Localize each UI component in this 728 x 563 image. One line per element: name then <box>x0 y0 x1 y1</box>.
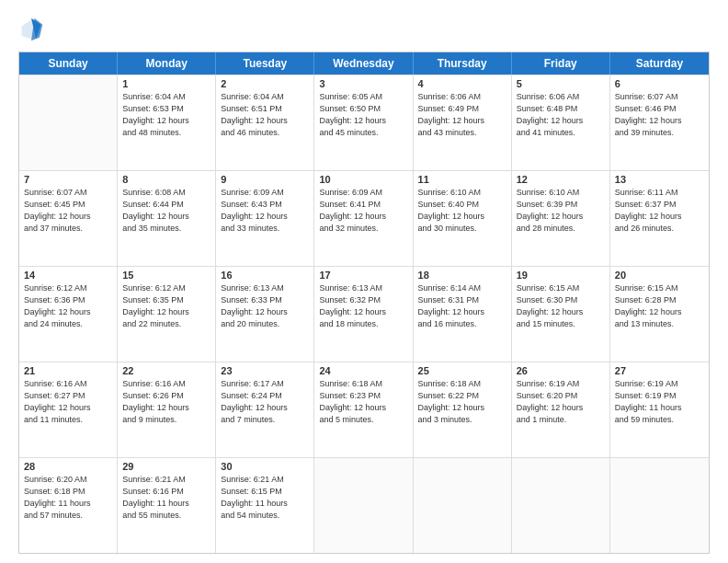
day-header-wednesday: Wednesday <box>314 52 413 75</box>
logo <box>18 17 48 42</box>
day-number: 8 <box>122 174 210 185</box>
calendar-cell: 4Sunrise: 6:06 AMSunset: 6:49 PMDaylight… <box>414 75 512 170</box>
header <box>18 17 710 42</box>
cell-info: Sunrise: 6:15 AMSunset: 6:28 PMDaylight:… <box>615 282 704 330</box>
cell-info: Sunrise: 6:16 AMSunset: 6:27 PMDaylight:… <box>24 378 112 426</box>
day-number: 24 <box>319 365 407 376</box>
calendar-cell: 2Sunrise: 6:04 AMSunset: 6:51 PMDaylight… <box>216 75 314 170</box>
calendar-cell <box>314 458 413 553</box>
day-header-tuesday: Tuesday <box>216 52 314 75</box>
calendar-cell: 10Sunrise: 6:09 AMSunset: 6:41 PMDayligh… <box>314 171 413 266</box>
calendar-header: SundayMondayTuesdayWednesdayThursdayFrid… <box>19 52 709 75</box>
logo-icon <box>18 17 44 42</box>
calendar-cell: 5Sunrise: 6:06 AMSunset: 6:48 PMDaylight… <box>512 75 610 170</box>
cell-info: Sunrise: 6:19 AMSunset: 6:19 PMDaylight:… <box>615 378 704 426</box>
day-number: 3 <box>319 78 407 89</box>
cell-info: Sunrise: 6:09 AMSunset: 6:43 PMDaylight:… <box>221 187 309 235</box>
calendar-row-1: 7Sunrise: 6:07 AMSunset: 6:45 PMDaylight… <box>19 170 709 266</box>
cell-info: Sunrise: 6:17 AMSunset: 6:24 PMDaylight:… <box>221 378 309 426</box>
day-number: 26 <box>517 365 605 376</box>
calendar-cell: 23Sunrise: 6:17 AMSunset: 6:24 PMDayligh… <box>216 362 314 457</box>
day-number: 9 <box>221 174 309 185</box>
cell-info: Sunrise: 6:21 AMSunset: 6:16 PMDaylight:… <box>122 474 210 522</box>
cell-info: Sunrise: 6:13 AMSunset: 6:32 PMDaylight:… <box>319 282 407 330</box>
cell-info: Sunrise: 6:12 AMSunset: 6:36 PMDaylight:… <box>24 282 112 330</box>
calendar-cell <box>610 458 709 553</box>
cell-info: Sunrise: 6:05 AMSunset: 6:50 PMDaylight:… <box>319 91 407 139</box>
cell-info: Sunrise: 6:09 AMSunset: 6:41 PMDaylight:… <box>319 187 407 235</box>
calendar-cell: 26Sunrise: 6:19 AMSunset: 6:20 PMDayligh… <box>512 362 610 457</box>
day-number: 16 <box>221 270 309 281</box>
day-number: 30 <box>221 461 309 472</box>
cell-info: Sunrise: 6:10 AMSunset: 6:39 PMDaylight:… <box>517 187 605 235</box>
day-number: 20 <box>615 270 704 281</box>
calendar-row-0: 1Sunrise: 6:04 AMSunset: 6:53 PMDaylight… <box>19 75 709 170</box>
cell-info: Sunrise: 6:04 AMSunset: 6:53 PMDaylight:… <box>122 91 210 139</box>
cell-info: Sunrise: 6:07 AMSunset: 6:45 PMDaylight:… <box>24 187 112 235</box>
calendar-cell: 1Sunrise: 6:04 AMSunset: 6:53 PMDaylight… <box>118 75 216 170</box>
day-number: 1 <box>122 78 210 89</box>
calendar-cell: 16Sunrise: 6:13 AMSunset: 6:33 PMDayligh… <box>216 267 314 362</box>
day-header-friday: Friday <box>512 52 610 75</box>
day-number: 2 <box>221 78 309 89</box>
cell-info: Sunrise: 6:06 AMSunset: 6:48 PMDaylight:… <box>517 91 605 139</box>
calendar-cell: 11Sunrise: 6:10 AMSunset: 6:40 PMDayligh… <box>414 171 512 266</box>
day-number: 12 <box>517 174 605 185</box>
day-number: 22 <box>122 365 210 376</box>
day-number: 5 <box>517 78 605 89</box>
cell-info: Sunrise: 6:10 AMSunset: 6:40 PMDaylight:… <box>418 187 506 235</box>
calendar-row-2: 14Sunrise: 6:12 AMSunset: 6:36 PMDayligh… <box>19 266 709 362</box>
day-number: 18 <box>418 270 506 281</box>
cell-info: Sunrise: 6:21 AMSunset: 6:15 PMDaylight:… <box>221 474 309 522</box>
calendar-cell: 28Sunrise: 6:20 AMSunset: 6:18 PMDayligh… <box>19 458 118 553</box>
calendar-row-3: 21Sunrise: 6:16 AMSunset: 6:27 PMDayligh… <box>19 362 709 457</box>
day-number: 19 <box>517 270 605 281</box>
calendar-cell: 3Sunrise: 6:05 AMSunset: 6:50 PMDaylight… <box>314 75 413 170</box>
cell-info: Sunrise: 6:08 AMSunset: 6:44 PMDaylight:… <box>122 187 210 235</box>
calendar: SundayMondayTuesdayWednesdayThursdayFrid… <box>18 52 710 554</box>
calendar-cell: 7Sunrise: 6:07 AMSunset: 6:45 PMDaylight… <box>19 171 118 266</box>
cell-info: Sunrise: 6:19 AMSunset: 6:20 PMDaylight:… <box>517 378 605 426</box>
cell-info: Sunrise: 6:14 AMSunset: 6:31 PMDaylight:… <box>418 282 506 330</box>
calendar-cell <box>414 458 512 553</box>
day-number: 15 <box>122 270 210 281</box>
calendar-cell: 24Sunrise: 6:18 AMSunset: 6:23 PMDayligh… <box>314 362 413 457</box>
calendar-cell: 19Sunrise: 6:15 AMSunset: 6:30 PMDayligh… <box>512 267 610 362</box>
cell-info: Sunrise: 6:07 AMSunset: 6:46 PMDaylight:… <box>615 91 704 139</box>
calendar-cell: 22Sunrise: 6:16 AMSunset: 6:26 PMDayligh… <box>118 362 216 457</box>
calendar-cell: 17Sunrise: 6:13 AMSunset: 6:32 PMDayligh… <box>314 267 413 362</box>
day-number: 28 <box>24 461 112 472</box>
calendar-cell: 29Sunrise: 6:21 AMSunset: 6:16 PMDayligh… <box>118 458 216 553</box>
calendar-cell: 25Sunrise: 6:18 AMSunset: 6:22 PMDayligh… <box>414 362 512 457</box>
calendar-cell: 18Sunrise: 6:14 AMSunset: 6:31 PMDayligh… <box>414 267 512 362</box>
day-header-saturday: Saturday <box>610 52 709 75</box>
day-number: 13 <box>615 174 704 185</box>
cell-info: Sunrise: 6:12 AMSunset: 6:35 PMDaylight:… <box>122 282 210 330</box>
calendar-body: 1Sunrise: 6:04 AMSunset: 6:53 PMDaylight… <box>19 75 709 553</box>
calendar-cell: 9Sunrise: 6:09 AMSunset: 6:43 PMDaylight… <box>216 171 314 266</box>
day-number: 7 <box>24 174 112 185</box>
page: SundayMondayTuesdayWednesdayThursdayFrid… <box>0 0 728 563</box>
calendar-cell: 27Sunrise: 6:19 AMSunset: 6:19 PMDayligh… <box>610 362 709 457</box>
calendar-cell: 12Sunrise: 6:10 AMSunset: 6:39 PMDayligh… <box>512 171 610 266</box>
day-header-monday: Monday <box>118 52 216 75</box>
cell-info: Sunrise: 6:11 AMSunset: 6:37 PMDaylight:… <box>615 187 704 235</box>
cell-info: Sunrise: 6:15 AMSunset: 6:30 PMDaylight:… <box>517 282 605 330</box>
calendar-cell: 15Sunrise: 6:12 AMSunset: 6:35 PMDayligh… <box>118 267 216 362</box>
day-number: 6 <box>615 78 704 89</box>
calendar-cell <box>512 458 610 553</box>
day-header-thursday: Thursday <box>414 52 512 75</box>
calendar-cell: 6Sunrise: 6:07 AMSunset: 6:46 PMDaylight… <box>610 75 709 170</box>
day-number: 11 <box>418 174 506 185</box>
day-number: 14 <box>24 270 112 281</box>
day-number: 10 <box>319 174 407 185</box>
cell-info: Sunrise: 6:06 AMSunset: 6:49 PMDaylight:… <box>418 91 506 139</box>
calendar-cell <box>19 75 118 170</box>
cell-info: Sunrise: 6:20 AMSunset: 6:18 PMDaylight:… <box>24 474 112 522</box>
day-number: 23 <box>221 365 309 376</box>
day-number: 17 <box>319 270 407 281</box>
day-number: 4 <box>418 78 506 89</box>
calendar-cell: 21Sunrise: 6:16 AMSunset: 6:27 PMDayligh… <box>19 362 118 457</box>
calendar-cell: 13Sunrise: 6:11 AMSunset: 6:37 PMDayligh… <box>610 171 709 266</box>
cell-info: Sunrise: 6:16 AMSunset: 6:26 PMDaylight:… <box>122 378 210 426</box>
